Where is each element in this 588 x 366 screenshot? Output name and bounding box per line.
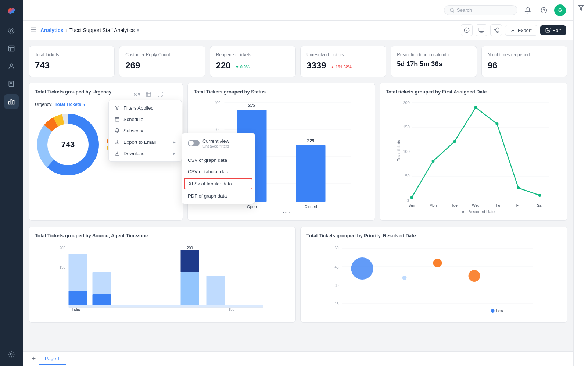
- donut-chart-donut-toggle[interactable]: ⊙▾: [132, 89, 141, 99]
- svg-rect-7: [13, 101, 14, 104]
- svg-rect-5: [9, 102, 10, 104]
- bar-y-300: 300: [215, 128, 221, 132]
- edit-button[interactable]: Edit: [540, 25, 566, 35]
- dropdown-download[interactable]: Download ▶: [109, 148, 182, 159]
- search-box[interactable]: Search: [444, 5, 517, 15]
- donut-chart-expand[interactable]: [155, 89, 165, 99]
- stat-reopened: Reopened Tickets 220 ▼ 0.9%: [210, 46, 296, 77]
- stat-unresolved-badge: ▲ 191.62%: [330, 65, 351, 69]
- urgency-label: Urgency:: [35, 102, 53, 107]
- breadcrumb: Analytics › Tucci Support Staff Analytic…: [40, 27, 139, 33]
- right-filter-panel: [573, 0, 588, 366]
- urgency-chevron[interactable]: ▾: [83, 103, 85, 107]
- user-avatar[interactable]: G: [554, 4, 566, 16]
- line-chart-line: [412, 107, 540, 198]
- stat-unresolved-label: Unresolved Tickets: [306, 52, 380, 57]
- src-bar-1b: [69, 291, 87, 305]
- line-x-thu: Thu: [494, 203, 500, 207]
- sidebar-item-home[interactable]: [4, 24, 19, 38]
- stat-reopened-label: Reopened Tickets: [216, 52, 290, 57]
- content-scroll[interactable]: Analytics › Tucci Support Staff Analytic…: [23, 21, 573, 351]
- svg-point-21: [494, 29, 495, 31]
- submenu-xlsx-tabular[interactable]: XLSx of tabular data: [184, 178, 252, 189]
- bar-x-open: Open: [247, 205, 257, 209]
- src-y-200: 200: [60, 246, 66, 250]
- dropdown-filters-applied[interactable]: Filters Applied: [109, 102, 182, 114]
- sidebar-item-inbox[interactable]: [4, 41, 19, 56]
- search-placeholder: Search: [457, 7, 472, 13]
- sidebar-item-analytics[interactable]: [4, 94, 19, 109]
- bar-x-closed: Closed: [304, 205, 317, 209]
- stat-unresolved: Unresolved Tickets 3339 ▲ 191.62%: [300, 46, 386, 77]
- dropdown-export-email[interactable]: Export to Email ▶: [109, 136, 182, 148]
- source-chart-svg: 200 150 India: [35, 243, 290, 316]
- page-tab-1[interactable]: Page 1: [39, 353, 66, 365]
- svg-point-20: [497, 28, 498, 29]
- submenu-pdf-graph[interactable]: PDF of graph data: [182, 190, 255, 202]
- edit-label: Edit: [553, 28, 561, 33]
- stat-reopened-value: 220: [216, 60, 231, 71]
- page-tabs: + Page 1: [23, 351, 573, 366]
- dropdown-download-label: Download: [123, 151, 169, 156]
- donut-chart-more[interactable]: ⋮ Filters Applied: [167, 89, 177, 99]
- pri-y-15: 15: [335, 302, 339, 306]
- donut-chart-table-toggle[interactable]: [144, 89, 153, 99]
- stat-total-tickets: Total Tickets 743: [29, 46, 115, 77]
- help-icon: [541, 7, 547, 14]
- submenu-csv-graph-label: CSV of graph data: [188, 157, 227, 163]
- bar-chart-title: Total Tickets grouped by Status: [194, 89, 369, 95]
- src-150-label: 150: [229, 308, 235, 312]
- analytics-header-bar: Analytics › Tucci Support Staff Analytic…: [23, 21, 573, 40]
- donut-chart-actions: ⊙▾ ⋮: [132, 89, 177, 99]
- breadcrumb-chevron[interactable]: ▾: [137, 27, 139, 33]
- svg-line-24: [495, 29, 497, 30]
- current-view-toggle[interactable]: [188, 140, 200, 146]
- dropdown-subscribe[interactable]: Subscribe: [109, 125, 182, 136]
- filter-icon-btn[interactable]: [578, 4, 584, 13]
- src-y-150: 150: [60, 265, 66, 269]
- svg-point-1: [10, 30, 13, 32]
- submenu-csv-tabular-label: CSV of tabular data: [188, 169, 229, 174]
- line-x-sun: Sun: [409, 203, 415, 207]
- stat-reopened-badge: ▼ 0.9%: [235, 65, 250, 69]
- src-bar-1a: [69, 254, 87, 291]
- line-x-tue: Tue: [451, 203, 458, 207]
- bar-open-value: 372: [248, 103, 255, 108]
- line-chart-card: Total tickets grouped by First Assigned …: [380, 83, 567, 221]
- dropdown-schedule[interactable]: Schedule: [109, 114, 182, 125]
- toggle-knob: [189, 141, 194, 146]
- breadcrumb-analytics[interactable]: Analytics: [40, 27, 63, 33]
- app-logo[interactable]: [5, 4, 18, 18]
- svg-marker-42: [578, 5, 584, 10]
- source-timezone-chart: Total Tickets grouped by Source, Agent T…: [29, 227, 296, 323]
- donut-center-value: 743: [61, 140, 75, 149]
- sidebar-item-books[interactable]: [4, 77, 19, 91]
- src-bar-3b: [181, 272, 199, 305]
- line-point-sat: [538, 194, 541, 197]
- share-button[interactable]: [490, 24, 502, 36]
- line-x-axis-label: First Assigned Date: [460, 209, 495, 213]
- hamburger-menu[interactable]: [30, 26, 37, 34]
- pri-legend-low-label: Low: [496, 309, 503, 313]
- main-content: Search G: [23, 0, 573, 366]
- sidebar-item-contacts[interactable]: [4, 59, 19, 74]
- notification-bell[interactable]: [522, 4, 534, 16]
- urgency-value[interactable]: Total Tickets: [55, 102, 81, 107]
- submenu-xlsx-label: XLSx of tabular data: [189, 181, 232, 186]
- info-button[interactable]: [461, 24, 473, 36]
- dropdown-export-label: Export to Email: [123, 139, 169, 145]
- line-x-mon: Mon: [430, 203, 437, 207]
- schedule-icon: [115, 117, 120, 122]
- topbar-right: Search G: [444, 4, 566, 16]
- submenu-csv-tabular[interactable]: CSV of tabular data: [182, 166, 255, 177]
- view-button[interactable]: [476, 24, 487, 36]
- export-button[interactable]: Export: [505, 25, 537, 36]
- dropdown-filters-label: Filters Applied: [123, 105, 154, 111]
- charts-row-1: Total Tickets grouped by Urgency ⊙▾: [29, 83, 567, 221]
- sidebar-item-settings[interactable]: [4, 347, 19, 362]
- info-icon: [464, 27, 470, 33]
- help-button[interactable]: [538, 4, 550, 16]
- svg-point-8: [11, 353, 12, 355]
- submenu-csv-graph[interactable]: CSV of graph data: [182, 154, 255, 166]
- add-page-button[interactable]: +: [29, 354, 39, 364]
